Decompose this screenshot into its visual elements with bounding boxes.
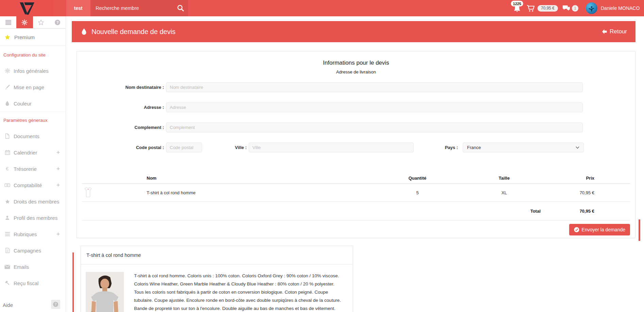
country-value: France [467,145,481,150]
col-header-taille: Taille [462,176,547,181]
sidebar-item-mise-en-page[interactable]: Mise en page [0,79,66,95]
expand-plus-icon[interactable]: + [56,231,60,237]
app-logo[interactable] [0,0,53,16]
tab-help[interactable]: ? [49,16,66,28]
campaign-file-icon [5,248,10,253]
form-subheading: Adresse de livraison [77,69,635,75]
sidebar-item-emails[interactable]: Emails [0,259,66,275]
expand-plus-icon[interactable]: + [56,165,60,172]
user-icon [5,215,10,220]
country-select[interactable]: France [463,143,584,152]
user-menu[interactable]: Daniele MONACO [601,0,640,16]
col-header-nom: Nom [147,176,373,181]
product-detail-card: T-shirt à col rond homme T-shirt à col r… [81,246,353,312]
sidebar-item-tresorerie[interactable]: € Trésorerie + [0,161,66,177]
address-input[interactable] [166,102,583,112]
order-table-header: Nom Quantité Taille Prix [82,173,630,184]
sidebar-section-configuration: Configuration du site [0,46,66,63]
city-input[interactable] [249,143,414,152]
order-total-row: Total 70,95 € [82,202,630,220]
send-request-button[interactable]: Envoyer la demande [569,224,630,235]
recipient-input[interactable] [166,82,583,92]
document-icon [5,133,10,139]
svg-text:?: ? [54,302,56,306]
chevron-down-icon [576,146,579,149]
droplet-icon [5,101,10,106]
recipient-label: Nom destinataire : [77,85,166,90]
sidebar-item-premium[interactable]: Premium [0,29,66,46]
back-label: Retour [610,28,627,35]
complement-label: Complement : [77,125,166,130]
hamburger-menu-icon [5,20,12,25]
form-heading: Informations pour le devis [77,60,635,66]
star-outline-icon [38,19,44,26]
envelope-icon [4,265,10,269]
tshirt-thumbnail [84,187,93,198]
sidebar-item-droits-membres[interactable]: Droits des membres [0,193,66,210]
sidebar-item-profil-membres[interactable]: Profil des membres [0,210,66,226]
tab-settings[interactable] [16,16,33,28]
quote-form-card: Informations pour le devis Adresse de li… [77,51,635,238]
gavel-icon [5,280,10,286]
notifications-badge: 1225 [511,1,523,6]
expand-plus-icon[interactable]: + [56,182,60,188]
list-icon [5,232,10,236]
notifications-button[interactable]: 1225 [509,0,525,16]
address-label: Adresse : [77,105,166,110]
sidebar-item-infos-generales[interactable]: Infos générales [0,63,66,79]
workspace-tab[interactable]: test [66,0,90,16]
help-label: Aide [3,302,13,308]
star-icon [5,199,10,204]
messages-button[interactable]: 1 [562,0,578,16]
complement-input[interactable] [166,122,583,132]
banknote-icon [4,182,10,188]
back-arrow-icon [601,29,607,34]
sidebar-tabs: ? [0,16,66,29]
sidebar: ? Premium Configuration du site Infos gé… [0,16,66,312]
avatar[interactable] [586,2,597,14]
gear-icon [5,68,10,73]
chat-icon [562,4,571,12]
expand-plus-icon[interactable]: + [56,149,60,156]
sidebar-item-calendrier[interactable]: Calendrier + [0,144,66,161]
question-circle-icon: ? [53,301,59,307]
col-header-quantite: Quantité [373,176,462,181]
sidebar-item-rubriques[interactable]: Rubriques + [0,226,66,242]
tab-favorites[interactable] [33,16,49,28]
product-title: T-shirt à col rond homme [81,246,353,264]
brush-icon [5,84,10,90]
search-icon[interactable] [177,4,185,12]
send-request-label: Envoyer la demande [582,227,625,232]
back-button[interactable]: Retour [601,28,627,35]
row-price: 70,95 € [547,190,630,195]
row-product-name: T-shirt à col rond homme [147,190,373,195]
col-header-prix: Prix [547,176,630,181]
sidebar-item-documents[interactable]: Documents [0,128,66,144]
workspace-tab-label: test [74,5,83,11]
sidebar-item-campagnes[interactable]: Campagnes [0,242,66,259]
topbar: test 1225 70,95 € 1 [0,0,644,16]
droplet-icon [81,28,87,35]
red-edge-bar-left [72,252,74,312]
member-search-input[interactable] [91,0,188,16]
cart-button[interactable]: 70,95 € [527,0,558,16]
help-button[interactable]: ? [51,300,60,309]
product-photo [86,272,124,312]
row-quantity: 5 [373,190,462,195]
help-circle-icon: ? [54,19,61,26]
sidebar-section-parametres: Paramètres géneraux [0,112,66,128]
sidebar-item-couleur[interactable]: Couleur [0,95,66,112]
gear-icon [21,19,28,26]
member-search [91,0,188,16]
city-label: Ville : [202,145,249,150]
postal-code-input[interactable] [166,143,202,152]
sidebar-item-comptabilite[interactable]: Comptabilité + [0,177,66,193]
total-label: Total [462,209,547,214]
row-size: XL [462,190,547,195]
calendar-icon [5,150,10,155]
tab-menu[interactable] [0,16,16,28]
sidebar-item-recu-fiscal[interactable]: Reçu fiscal [0,275,66,291]
check-circle-icon [574,227,579,232]
order-table-row: T-shirt à col rond homme 5 XL 70,95 € [82,184,630,202]
diver-silhouette [588,5,595,13]
